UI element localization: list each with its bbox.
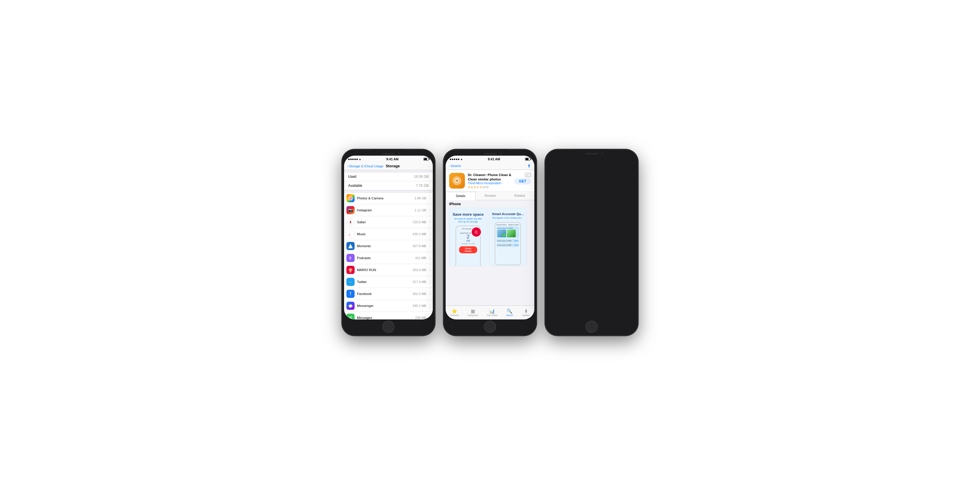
get-button[interactable]: GET: [514, 178, 531, 184]
updates-label: Updates: [522, 314, 530, 317]
dot2-2: [452, 158, 453, 160]
list-item[interactable]: Safari 720.5 MB ›: [344, 216, 433, 228]
list-item[interactable]: 🐦 Twitter 317.4 MB ›: [344, 276, 433, 288]
search-label: Search: [506, 314, 513, 317]
screenshot-1: Save more space No need to delete any fi…: [449, 208, 487, 266]
chevron-photos: ›: [430, 197, 431, 200]
svg-text:🐦: 🐦: [348, 280, 353, 285]
p2-back-button[interactable]: ‹ Search: [449, 164, 461, 168]
time-1: 9:41 AM: [387, 157, 399, 161]
updates-icon: ⬇: [524, 309, 528, 314]
home-button-1[interactable]: [382, 321, 395, 333]
app-name-instagram: Instagram: [357, 208, 412, 212]
tab-search[interactable]: 🔍 Search: [506, 309, 513, 317]
dot-3: [352, 158, 354, 160]
app-name-safari: Safari: [357, 220, 410, 224]
storage-summary-box: Used 19.58 GB Available 7.75 GB: [344, 172, 433, 190]
top-charts-label: Top Charts: [487, 314, 497, 317]
chevron-instagram: ›: [430, 209, 431, 212]
list-item[interactable]: 🌸 Photos & Camera 1.88 GB ›: [344, 192, 433, 204]
battery-fill-1: [424, 158, 427, 160]
list-item[interactable]: 🎙 Podcasts 411 MB ›: [344, 252, 433, 264]
screenshot-sub-1: No need to delete any filesfree up 2G st…: [452, 217, 484, 225]
top-charts-icon: 📊: [489, 309, 495, 314]
signal-icons-1: ▲: [348, 158, 361, 161]
used-label: Used: [348, 174, 356, 179]
chevron-messages: ›: [430, 316, 431, 319]
app-size-twitter: 317.4 MB: [413, 280, 426, 284]
p2-back-chevron: ‹: [449, 164, 450, 168]
dot2-5: [458, 158, 459, 160]
app-detail: Dr. Cleaner: Phone Clean &Clean similar …: [445, 170, 535, 192]
list-item[interactable]: 📷 Instagram 1.11 GB ›: [344, 204, 433, 216]
iphone-label: iPhone: [445, 200, 535, 208]
chevron-podcasts: ›: [430, 257, 431, 260]
status-bar-1: ▲ 9:41 AM: [344, 155, 433, 162]
screenshots-section: Save more space No need to delete any fi…: [445, 208, 535, 268]
dot2-3: [454, 158, 455, 160]
tab-related[interactable]: Related: [505, 192, 535, 200]
tab-top-charts[interactable]: 📊 Top Charts: [487, 309, 497, 317]
chevron-music: ›: [430, 233, 431, 236]
app-name-messenger: Messenger: [357, 304, 410, 307]
tab-categories[interactable]: ▦ Categories: [468, 309, 478, 317]
chevron-safari: ›: [430, 220, 431, 224]
tab-featured[interactable]: ⭐ Featured: [450, 309, 459, 317]
app-size-messages: 238 MB: [415, 316, 426, 319]
app-icon-messages: ✉: [347, 314, 355, 319]
app-size-mario: 353.4 MB: [413, 268, 426, 272]
back-button-1[interactable]: ‹ Storage & iCloud Usage: [348, 164, 383, 168]
app-icon-photos: 🌸: [347, 194, 355, 202]
app-icon-instagram: 📷: [347, 206, 355, 214]
list-item[interactable]: ♪ Music 430.2 MB ›: [344, 228, 433, 240]
list-item[interactable]: 🍄 MARIO RUN 353.4 MB ›: [344, 264, 433, 276]
phone-2: ▲ 9:41 AM ‹ Search ⬆: [443, 149, 537, 336]
phone-1: ▲ 9:41 AM ‹ Storage & iCloud Usage Stora…: [342, 149, 435, 336]
home-button-2[interactable]: [484, 321, 496, 333]
tab-details[interactable]: Details: [445, 192, 476, 200]
categories-label: Categories: [468, 314, 478, 317]
featured-icon: ⭐: [452, 309, 457, 314]
list-item[interactable]: 💬 Messenger 245.2 MB ›: [344, 300, 433, 312]
battery-fill-2: [526, 158, 529, 160]
search-icon: 🔍: [507, 309, 512, 314]
speaker-3: [585, 153, 598, 154]
app-list: 🌸 Photos & Camera 1.88 GB › 📷 Instagram …: [344, 192, 433, 319]
app-icon-momento: [347, 242, 355, 250]
list-item[interactable]: Momento 427.8 MB ›: [344, 240, 433, 252]
home-button-3[interactable]: [585, 321, 598, 333]
dot2-1: [450, 158, 451, 160]
star-4: ★: [477, 185, 479, 189]
tab-reviews[interactable]: Reviews: [476, 192, 505, 200]
available-value: 7.75 GB: [416, 184, 429, 188]
used-value: 19.58 GB: [414, 174, 429, 179]
chevron-twitter: ›: [430, 281, 431, 284]
app-size-instagram: 1.11 GB: [414, 208, 426, 212]
app-size-photos: 1.88 GB: [414, 197, 426, 200]
app-name-music: Music: [357, 232, 410, 236]
app-size-safari: 720.5 MB: [413, 220, 426, 224]
p2-back-label: Search: [451, 164, 461, 168]
svg-text:🎙: 🎙: [348, 256, 353, 261]
screenshot-2: Smart Accurate Qu... Recognize more simi…: [489, 208, 527, 266]
nav-header-1: ‹ Storage & iCloud Usage Storage: [344, 162, 433, 170]
app-name-facebook: Facebook: [357, 292, 410, 296]
screenshot-title-2: Smart Accurate Qu...: [490, 208, 526, 217]
screenshot-mockup-2: Similar PhotosBiggest Videos Saved Space…: [495, 222, 521, 265]
app-size-momento: 427.8 MB: [413, 244, 426, 248]
list-item[interactable]: ✉ Messages 238 MB ›: [344, 312, 433, 319]
tab-updates[interactable]: ⬇ Updates: [522, 309, 530, 317]
app-info: Dr. Cleaner: Phone Clean &Clean similar …: [468, 173, 511, 189]
app-icon-mario: 🍄: [347, 266, 355, 274]
wifi-icon-1: ▲: [359, 158, 361, 161]
app-name-label: Dr. Cleaner: Phone Clean &Clean similar …: [468, 173, 511, 182]
list-item[interactable]: f Facebook 301.5 MB ›: [344, 288, 433, 300]
battery-1: [423, 158, 429, 161]
camera-1: [398, 152, 400, 155]
speaker-2: [484, 153, 496, 154]
app-name-mario: MARIO RUN: [357, 268, 410, 272]
app-name-messages: Messages: [357, 316, 413, 319]
chevron-messenger: ›: [430, 304, 431, 307]
app-name-momento: Momento: [357, 244, 410, 248]
p2-share-icon[interactable]: ⬆: [527, 163, 531, 168]
